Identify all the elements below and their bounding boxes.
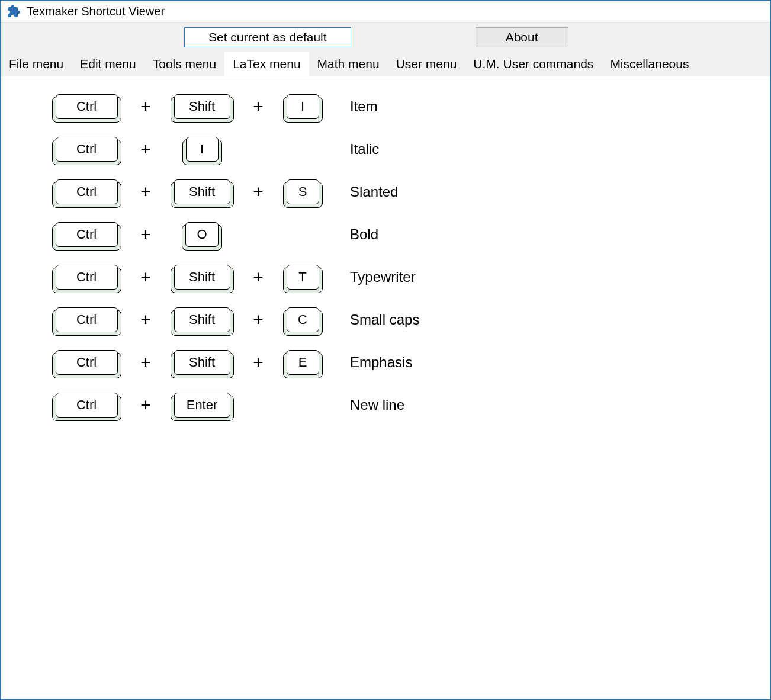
plus-icon: + [131,267,160,287]
set-default-button[interactable]: Set current as default [184,27,351,47]
about-button[interactable]: About [476,27,568,47]
plus-icon: + [131,352,160,373]
key-shift: Shift [174,350,230,375]
shortcut-desc: Emphasis [350,354,412,371]
key-letter: C [287,307,319,332]
tab-bar: File menu Edit menu Tools menu LaTex men… [1,52,770,76]
key-ctrl: Ctrl [56,350,118,375]
key-letter: S [287,179,319,204]
key-shift: Shift [174,265,230,290]
key-ctrl: Ctrl [56,265,118,290]
shortcut-row: Ctrl + Enter New line [42,393,729,418]
plus-icon: + [131,395,160,415]
plus-icon: + [131,224,160,245]
tab-miscellaneous[interactable]: Miscellaneous [602,52,697,76]
tab-latex-menu[interactable]: LaTex menu [224,52,309,76]
key-ctrl: Ctrl [56,179,118,204]
shortcut-desc: Typewriter [350,269,416,285]
shortcut-row: Ctrl + Shift + T Typewriter [42,265,729,290]
titlebar: Texmaker Shortcut Viewer [1,1,770,22]
window-title: Texmaker Shortcut Viewer [27,5,165,18]
shortcut-desc: Small caps [350,312,419,328]
key-enter: Enter [174,393,230,418]
key-shift: Shift [174,307,230,332]
tab-math-menu[interactable]: Math menu [309,52,388,76]
plus-icon: + [243,97,273,117]
shortcut-desc: Italic [350,141,379,158]
shortcut-row: Ctrl + Shift + E Emphasis [42,350,729,375]
key-letter: I [186,137,219,162]
key-shift: Shift [174,179,230,204]
plus-icon: + [243,352,273,373]
tab-edit-menu[interactable]: Edit menu [72,52,144,76]
plus-icon: + [131,97,160,117]
plus-icon: + [131,310,160,330]
key-letter: T [287,265,319,290]
key-letter: I [287,94,319,119]
key-letter: E [287,350,319,375]
key-ctrl: Ctrl [56,94,118,119]
shortcut-list: Ctrl + Shift + I Item Ctrl + I Italic Ct… [1,76,770,453]
shortcut-row: Ctrl + Shift + C Small caps [42,307,729,332]
shortcut-row: Ctrl + I Italic [42,137,729,162]
tab-tools-menu[interactable]: Tools menu [144,52,224,76]
plus-icon: + [243,182,273,202]
shortcut-desc: Item [350,98,378,115]
shortcut-row: Ctrl + Shift + S Slanted [42,179,729,204]
shortcut-row: Ctrl + Shift + I Item [42,94,729,119]
key-shift: Shift [174,94,230,119]
key-ctrl: Ctrl [56,393,118,418]
puzzle-icon [7,4,21,18]
plus-icon: + [243,310,273,330]
tab-file-menu[interactable]: File menu [1,52,72,76]
tab-um-user-commands[interactable]: U.M. User commands [465,52,602,76]
shortcut-row: Ctrl + O Bold [42,222,729,247]
toolbar: Set current as default About [1,22,770,52]
plus-icon: + [243,267,273,287]
key-letter: O [185,222,218,247]
key-ctrl: Ctrl [56,137,118,162]
plus-icon: + [131,182,160,202]
shortcut-desc: Slanted [350,184,398,200]
key-ctrl: Ctrl [56,307,118,332]
key-ctrl: Ctrl [56,222,118,247]
shortcut-desc: Bold [350,226,378,243]
shortcut-desc: New line [350,397,404,413]
plus-icon: + [131,139,160,159]
tab-user-menu[interactable]: User menu [388,52,465,76]
